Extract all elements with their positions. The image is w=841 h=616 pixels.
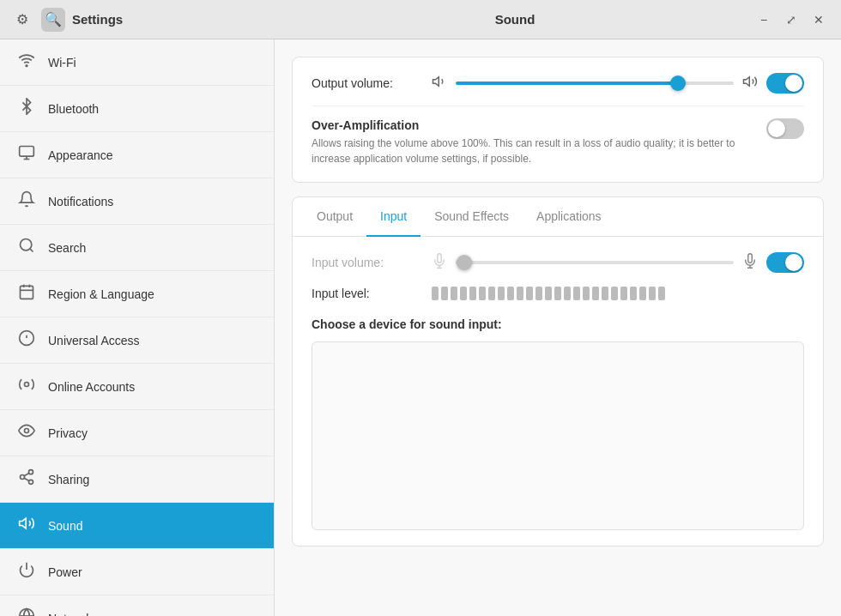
sidebar-item-privacy[interactable]: Privacy xyxy=(0,410,274,456)
level-bar-24 xyxy=(649,287,656,300)
volume-high-icon xyxy=(742,74,758,93)
tab-output[interactable]: Output xyxy=(303,197,366,237)
svg-point-16 xyxy=(21,475,25,480)
network-icon xyxy=(17,607,36,616)
tabs-content: Input volume: xyxy=(293,237,823,546)
sidebar-item-search-label: Search xyxy=(48,241,86,255)
input-level-row: Input level: xyxy=(312,287,804,300)
svg-marker-25 xyxy=(744,77,750,87)
svg-rect-6 xyxy=(21,286,33,299)
level-bar-13 xyxy=(545,287,552,300)
tabs-card: Output Input Sound Effects Applications … xyxy=(292,196,824,547)
svg-point-13 xyxy=(25,383,29,387)
close-button[interactable]: ✕ xyxy=(807,8,831,32)
input-level-label: Input level: xyxy=(312,287,423,300)
level-bar-8 xyxy=(498,287,505,300)
region-icon xyxy=(17,283,36,305)
output-volume-thumb xyxy=(670,75,686,91)
sidebar-item-online-accounts-label: Online Accounts xyxy=(48,380,135,394)
svg-line-5 xyxy=(30,249,33,252)
sidebar-item-bluetooth[interactable]: Bluetooth xyxy=(0,86,274,132)
level-bar-4 xyxy=(460,287,467,300)
main-layout: Wi-Fi Bluetooth Appearance xyxy=(0,39,841,616)
notifications-icon xyxy=(17,190,36,212)
sidebar: Wi-Fi Bluetooth Appearance xyxy=(0,39,275,616)
sidebar-item-wifi[interactable]: Wi-Fi xyxy=(0,39,274,86)
over-amplification-desc: Allows raising the volume above 100%. Th… xyxy=(312,136,753,166)
maximize-button[interactable]: ⤢ xyxy=(779,8,803,32)
over-amplification-toggle[interactable] xyxy=(766,118,804,139)
tab-input[interactable]: Input xyxy=(366,197,420,237)
input-level-bars xyxy=(432,287,665,300)
input-volume-toggle-knob xyxy=(785,254,802,271)
svg-line-19 xyxy=(24,473,29,475)
level-bar-10 xyxy=(517,287,523,300)
svg-marker-20 xyxy=(20,518,27,528)
svg-line-18 xyxy=(24,478,29,480)
level-bar-9 xyxy=(507,287,514,300)
microphone-high-icon xyxy=(742,253,758,272)
content-area: Output volume: xyxy=(275,39,841,616)
sidebar-item-search[interactable]: Search xyxy=(0,225,274,271)
sidebar-item-region-label: Region & Language xyxy=(48,287,154,301)
minimize-button[interactable]: − xyxy=(752,8,776,32)
sidebar-item-universal-access[interactable]: Universal Access xyxy=(0,317,274,364)
output-volume-card: Output volume: xyxy=(292,57,824,183)
bluetooth-icon xyxy=(17,98,36,119)
level-bar-16 xyxy=(573,287,580,300)
svg-point-15 xyxy=(29,470,33,474)
output-volume-toggle[interactable] xyxy=(766,73,804,94)
window-title: Sound xyxy=(285,12,745,27)
output-volume-row: Output volume: xyxy=(312,73,804,94)
level-bar-21 xyxy=(620,287,627,300)
over-amplification-header: Over-Amplification Allows raising the vo… xyxy=(312,118,804,166)
svg-point-14 xyxy=(25,429,29,433)
svg-point-0 xyxy=(26,65,27,67)
sidebar-item-sharing[interactable]: Sharing xyxy=(0,456,274,503)
sidebar-item-appearance-label: Appearance xyxy=(48,148,113,162)
sidebar-item-network[interactable]: Network xyxy=(0,595,274,616)
tab-applications[interactable]: Applications xyxy=(523,197,615,237)
wifi-icon xyxy=(17,51,36,73)
sharing-icon xyxy=(17,468,36,490)
over-amplification-toggle-knob xyxy=(768,120,785,137)
sidebar-item-universal-access-label: Universal Access xyxy=(48,334,140,347)
search-icon xyxy=(17,237,36,258)
sidebar-item-appearance[interactable]: Appearance xyxy=(0,132,274,178)
settings-gear-icon[interactable]: ⚙ xyxy=(10,8,34,32)
tab-sound-effects[interactable]: Sound Effects xyxy=(420,197,523,237)
sidebar-item-power-label: Power xyxy=(48,565,82,579)
level-bar-1 xyxy=(432,287,439,300)
level-bar-3 xyxy=(451,287,457,300)
sidebar-item-sound-label: Sound xyxy=(48,519,82,533)
microphone-low-icon xyxy=(432,253,447,272)
level-bar-6 xyxy=(479,287,486,300)
sidebar-item-region[interactable]: Region & Language xyxy=(0,271,274,317)
titlebar: ⚙ 🔍 Settings Sound − ⤢ ✕ xyxy=(0,0,841,39)
level-bar-25 xyxy=(658,287,665,300)
sidebar-item-privacy-label: Privacy xyxy=(48,426,88,440)
svg-marker-24 xyxy=(433,77,439,87)
svg-point-4 xyxy=(21,239,32,251)
sidebar-item-power[interactable]: Power xyxy=(0,549,274,595)
level-bar-20 xyxy=(611,287,618,300)
sound-icon xyxy=(17,515,36,536)
sidebar-item-network-label: Network xyxy=(48,612,92,617)
input-volume-slider[interactable] xyxy=(456,261,734,264)
sidebar-item-sound[interactable]: Sound xyxy=(0,503,274,549)
input-volume-toggle[interactable] xyxy=(766,252,804,273)
sidebar-item-sharing-label: Sharing xyxy=(48,473,89,486)
input-volume-label: Input volume: xyxy=(312,256,423,269)
power-icon xyxy=(17,561,36,583)
sidebar-item-notifications[interactable]: Notifications xyxy=(0,178,274,225)
level-bar-7 xyxy=(488,287,495,300)
level-bar-18 xyxy=(592,287,599,300)
universal-access-icon xyxy=(17,329,36,351)
app-title: Settings xyxy=(72,12,123,27)
output-volume-slider[interactable] xyxy=(456,82,734,85)
device-list[interactable] xyxy=(312,341,804,530)
titlebar-search-icon[interactable]: 🔍 xyxy=(41,8,65,32)
over-amplification-text: Over-Amplification Allows raising the vo… xyxy=(312,118,753,166)
sidebar-item-online-accounts[interactable]: Online Accounts xyxy=(0,364,274,410)
titlebar-left: ⚙ 🔍 Settings xyxy=(10,8,285,32)
